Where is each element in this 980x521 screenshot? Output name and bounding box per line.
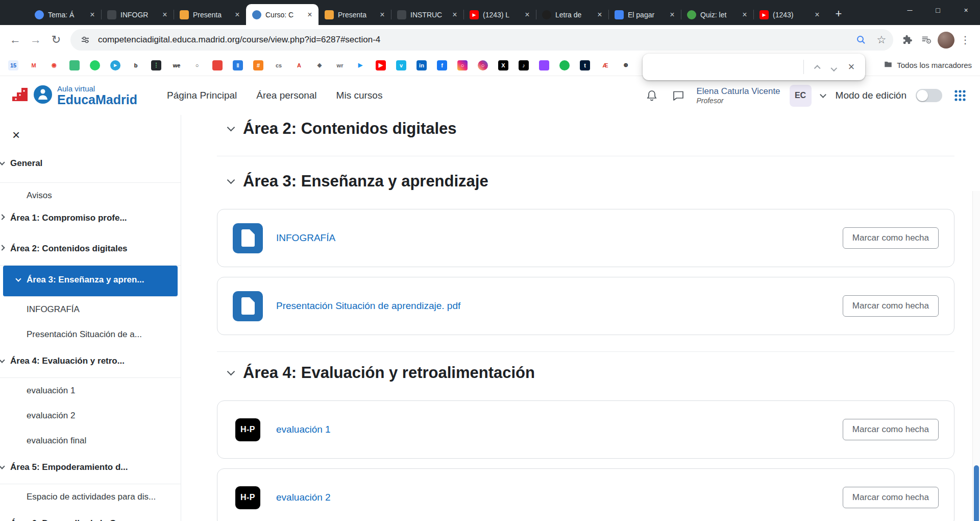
browser-menu-icon[interactable]: ⋮ <box>955 30 975 50</box>
activity-link[interactable]: evaluación 1 <box>276 424 331 435</box>
tab-close-icon[interactable]: × <box>160 10 169 19</box>
page-scrollbar[interactable] <box>972 191 980 521</box>
activity-link[interactable]: Presentación Situación de aprendizaje. p… <box>276 300 460 312</box>
url-bar[interactable]: competenciadigital.educa.madrid.org/cour… <box>70 29 893 51</box>
bookmark-icon[interactable]: ▶ <box>355 60 365 70</box>
course-index-item[interactable]: evaluación final <box>0 428 181 453</box>
activity-link[interactable]: evaluación 2 <box>276 492 331 503</box>
browser-tab[interactable]: Presenta × <box>174 4 246 25</box>
bookmark-icon[interactable] <box>559 60 570 70</box>
section-collapse-icon[interactable] <box>227 123 235 131</box>
new-tab-button[interactable]: + <box>830 6 847 23</box>
extensions-icon[interactable] <box>897 30 917 50</box>
back-icon[interactable]: ← <box>5 30 26 50</box>
bookmark-icon[interactable]: cs <box>274 60 284 70</box>
chevron-icon[interactable] <box>0 159 5 165</box>
close-button[interactable]: × <box>952 0 980 20</box>
bookmark-icon[interactable]: ○ <box>457 60 468 70</box>
course-index-item[interactable]: evaluación 1 <box>0 378 181 403</box>
browser-tab[interactable]: INFOGR × <box>101 4 174 25</box>
forward-icon[interactable]: → <box>26 30 46 50</box>
tab-close-icon[interactable]: × <box>813 10 822 19</box>
tab-close-icon[interactable]: × <box>305 10 314 19</box>
find-next-icon[interactable] <box>825 58 843 76</box>
profile-avatar[interactable] <box>936 30 955 50</box>
bookmark-icon[interactable] <box>90 60 100 70</box>
chevron-icon[interactable] <box>0 463 5 469</box>
browser-tab[interactable]: Letra de × <box>536 4 608 25</box>
course-index-item[interactable]: Avisos <box>0 183 181 208</box>
find-input[interactable] <box>652 62 799 72</box>
bookmark-icon[interactable]: ◉ <box>49 60 59 70</box>
messages-icon[interactable] <box>670 87 687 104</box>
bookmark-icon[interactable]: v <box>396 60 406 70</box>
bookmark-icon[interactable] <box>69 60 80 70</box>
minimize-button[interactable]: ─ <box>896 0 924 20</box>
section-collapse-icon[interactable] <box>227 367 235 375</box>
chevron-icon[interactable] <box>0 214 5 220</box>
bookmark-icon[interactable]: ♪ <box>519 60 529 70</box>
lens-icon[interactable] <box>853 32 869 48</box>
find-previous-icon[interactable] <box>808 58 825 76</box>
course-index-item[interactable]: General <box>0 158 181 183</box>
bookmark-icon[interactable]: ⊕ <box>621 60 631 70</box>
find-close-icon[interactable]: × <box>843 58 860 76</box>
maximize-button[interactable]: □ <box>924 0 952 20</box>
scrollbar-thumb[interactable] <box>974 465 979 521</box>
browser-tab[interactable]: Tema: Á × <box>29 4 101 25</box>
nav-link[interactable]: Mis cursos <box>336 90 383 101</box>
course-index-item[interactable]: Área 2: Contenidos digitales <box>0 234 181 266</box>
bookmark-icon[interactable] <box>212 60 223 70</box>
nav-link[interactable]: Área personal <box>256 90 316 101</box>
bookmark-icon[interactable]: ▶ <box>376 60 386 70</box>
reload-icon[interactable]: ↻ <box>46 30 66 50</box>
course-index-item[interactable]: evaluación 2 <box>0 403 181 428</box>
bookmark-icon[interactable] <box>539 60 549 70</box>
browser-tab[interactable]: El pagar × <box>608 4 681 25</box>
browser-tab[interactable]: INSTRUC × <box>391 4 463 25</box>
bookmark-icon[interactable]: wr <box>335 60 345 70</box>
media-controls-icon[interactable] <box>917 30 936 50</box>
bookmark-icon[interactable]: ▸ <box>110 60 120 70</box>
edit-mode-toggle[interactable] <box>916 89 942 102</box>
all-bookmarks[interactable]: Todos los marcadores <box>884 60 972 70</box>
bookmark-icon[interactable]: ‖ <box>233 60 243 70</box>
tab-close-icon[interactable]: × <box>523 10 532 19</box>
user-avatar[interactable]: EC <box>790 85 812 107</box>
tab-close-icon[interactable]: × <box>450 10 459 19</box>
bookmark-icon[interactable]: ⋮ <box>151 60 161 70</box>
browser-tab[interactable]: ▶ (1243) L × <box>463 4 536 25</box>
browser-tab[interactable]: ▶ (1243) × <box>753 4 826 25</box>
course-index-item[interactable]: Presentación Situación de a... <box>0 322 181 347</box>
browser-tab[interactable]: Presenta × <box>318 4 391 25</box>
app-grid-icon[interactable] <box>951 87 969 104</box>
site-info-icon[interactable] <box>78 32 93 48</box>
tab-close-icon[interactable]: × <box>233 10 242 19</box>
bookmark-icon[interactable]: in <box>416 60 427 70</box>
user-info[interactable]: Elena Caturla Vicente Profesor <box>696 86 780 105</box>
nav-link[interactable]: Página Principal <box>167 90 237 101</box>
bookmark-icon[interactable]: ○ <box>192 60 202 70</box>
user-name[interactable]: Elena Caturla Vicente <box>696 86 780 97</box>
bookmark-icon[interactable]: X <box>498 60 508 70</box>
tab-close-icon[interactable]: × <box>668 10 677 19</box>
chevron-icon[interactable] <box>0 245 5 250</box>
bookmark-icon[interactable]: t <box>580 60 590 70</box>
course-index-item[interactable]: Área 1: Compromiso profe... <box>0 208 181 234</box>
bookmark-icon[interactable]: ○ <box>478 60 488 70</box>
activity-link[interactable]: INFOGRAFÍA <box>276 232 335 244</box>
bookmark-icon[interactable]: 15 <box>8 60 18 70</box>
tab-close-icon[interactable]: × <box>595 10 604 19</box>
bookmark-icon[interactable]: b <box>131 60 141 70</box>
drawer-close-icon[interactable]: × <box>12 128 20 141</box>
course-index-item[interactable]: Área 5: Empoderamiento d... <box>0 453 181 484</box>
course-index-item[interactable]: Área 6: Desarrollo de la Co... <box>0 509 181 521</box>
browser-tab[interactable]: Quiz: let × <box>681 4 753 25</box>
bookmark-icon[interactable]: M <box>29 60 39 70</box>
course-index-item[interactable]: Área 3: Enseñanza y apren... <box>3 266 178 297</box>
mark-done-button[interactable]: Marcar como hecha <box>843 295 939 317</box>
bookmark-icon[interactable]: ◆ <box>314 60 325 70</box>
mark-done-button[interactable]: Marcar como hecha <box>843 419 939 440</box>
tab-close-icon[interactable]: × <box>378 10 387 19</box>
bookmark-star-icon[interactable]: ☆ <box>874 32 889 48</box>
